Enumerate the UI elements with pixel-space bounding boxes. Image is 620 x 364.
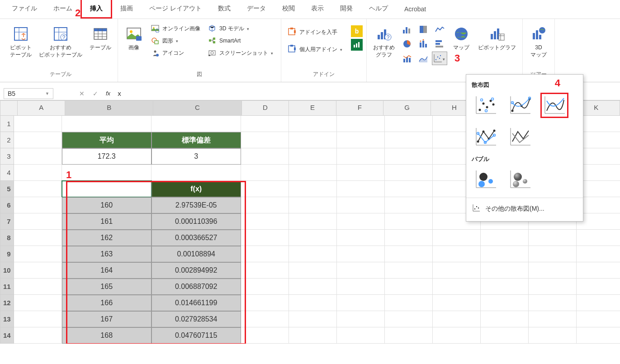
cell[interactable] (385, 262, 433, 279)
cell[interactable] (241, 181, 289, 197)
row-header-8[interactable]: 8 (0, 230, 14, 246)
cell[interactable] (481, 327, 529, 344)
cell-mean-label[interactable]: 平均 (62, 132, 151, 148)
tab-acrobat[interactable]: Acrobat (396, 1, 434, 19)
cell[interactable] (433, 327, 481, 344)
cell[interactable]: 0.002894992 (151, 262, 241, 279)
cell[interactable] (62, 116, 151, 132)
cell[interactable]: 160 (62, 197, 151, 213)
cell[interactable] (529, 311, 577, 327)
scatter-smooth-markers-option[interactable] (506, 93, 534, 118)
cell[interactable] (289, 279, 337, 295)
cell[interactable]: 166 (62, 295, 151, 311)
cell[interactable] (289, 165, 337, 181)
more-scatter-option[interactable]: その他の散布図(M)... (472, 201, 577, 217)
cell[interactable] (241, 246, 289, 262)
col-header-G[interactable]: G (383, 100, 431, 116)
cell[interactable] (289, 213, 337, 230)
cell[interactable] (289, 311, 337, 327)
tab-review[interactable]: 校閲 (274, 0, 303, 19)
cell[interactable] (481, 279, 529, 295)
cell[interactable] (529, 327, 577, 344)
bar-chart-button[interactable] (432, 37, 447, 51)
cell[interactable] (385, 165, 433, 181)
cell[interactable] (241, 213, 289, 230)
cell[interactable] (577, 327, 620, 344)
cell[interactable] (385, 295, 433, 311)
cell[interactable] (529, 262, 577, 279)
cell[interactable] (14, 213, 62, 230)
cell-mean-value[interactable]: 172.3 (62, 148, 151, 165)
col-header-D[interactable]: D (242, 100, 289, 116)
cell[interactable]: 165 (62, 279, 151, 295)
tab-formulas[interactable]: 数式 (210, 0, 239, 19)
icons-button[interactable]: アイコン (148, 47, 203, 59)
cell[interactable] (433, 230, 481, 246)
cell[interactable] (577, 246, 620, 262)
scatter-chart-button[interactable] (432, 52, 447, 65)
col-header-C[interactable]: C (153, 100, 241, 116)
tab-draw[interactable]: 描画 (112, 0, 141, 19)
cell[interactable]: 167 (62, 311, 151, 327)
cell-x-header[interactable]: x (62, 181, 151, 197)
cell[interactable] (433, 262, 481, 279)
statistic-chart-button[interactable] (416, 37, 431, 51)
cell[interactable] (241, 327, 289, 344)
cell[interactable] (385, 327, 433, 344)
cell[interactable] (151, 165, 241, 181)
3dmap-button[interactable]: 3Dマップ (526, 23, 551, 60)
cell[interactable] (289, 327, 337, 344)
scatter-straight-markers-option[interactable] (472, 124, 500, 150)
cell[interactable] (241, 262, 289, 279)
cell[interactable] (241, 165, 289, 181)
cell[interactable] (337, 295, 385, 311)
smartart-button[interactable]: SmartArt (205, 35, 277, 47)
row-header-3[interactable]: 3 (0, 148, 14, 165)
my-addins-button[interactable]: 個人用アドイン (285, 43, 346, 55)
cell[interactable] (433, 279, 481, 295)
pictures-button[interactable]: 画像 (122, 23, 146, 53)
cell[interactable] (529, 295, 577, 311)
cell[interactable] (241, 116, 289, 132)
cell[interactable] (337, 116, 385, 132)
cell[interactable] (385, 230, 433, 246)
cell[interactable] (481, 311, 529, 327)
scatter-straight-option[interactable] (506, 124, 534, 150)
bubble-option[interactable] (472, 167, 500, 192)
col-header-A[interactable]: A (18, 100, 65, 116)
tab-pagelayout[interactable]: ページ レイアウト (141, 0, 210, 19)
shapes-button[interactable]: 図形 (148, 35, 203, 47)
col-header-E[interactable]: E (289, 100, 336, 116)
cell[interactable] (241, 197, 289, 213)
hierarchy-chart-button[interactable] (416, 23, 431, 36)
row-header-10[interactable]: 10 (0, 262, 14, 279)
tab-file[interactable]: ファイル (4, 0, 45, 19)
cell[interactable] (241, 132, 289, 148)
cell[interactable] (337, 246, 385, 262)
row-header-12[interactable]: 12 (0, 295, 14, 311)
surface-chart-button[interactable] (416, 52, 431, 65)
scatter-markers-option[interactable] (472, 93, 500, 118)
cell[interactable] (481, 262, 529, 279)
cell[interactable] (14, 311, 62, 327)
cell[interactable] (337, 197, 385, 213)
cell[interactable] (529, 230, 577, 246)
cell[interactable] (14, 165, 62, 181)
cell[interactable] (577, 311, 620, 327)
cell[interactable] (337, 311, 385, 327)
name-box[interactable]: B5▼ (4, 88, 53, 99)
cell[interactable] (14, 230, 62, 246)
cell[interactable] (241, 148, 289, 165)
cell[interactable]: 0.000110396 (151, 213, 241, 230)
cell[interactable] (337, 132, 385, 148)
online-pictures-button[interactable]: オンライン画像 (148, 23, 203, 34)
cell[interactable] (385, 116, 433, 132)
cell[interactable] (289, 148, 337, 165)
cell[interactable] (14, 132, 62, 148)
cell[interactable] (289, 132, 337, 148)
row-header-4[interactable]: 4 (0, 165, 14, 181)
pivotchart-button[interactable]: ピボットグラフ (475, 23, 519, 53)
cell[interactable]: 0.000366527 (151, 230, 241, 246)
cell[interactable]: 168 (62, 327, 151, 344)
cell[interactable] (14, 295, 62, 311)
